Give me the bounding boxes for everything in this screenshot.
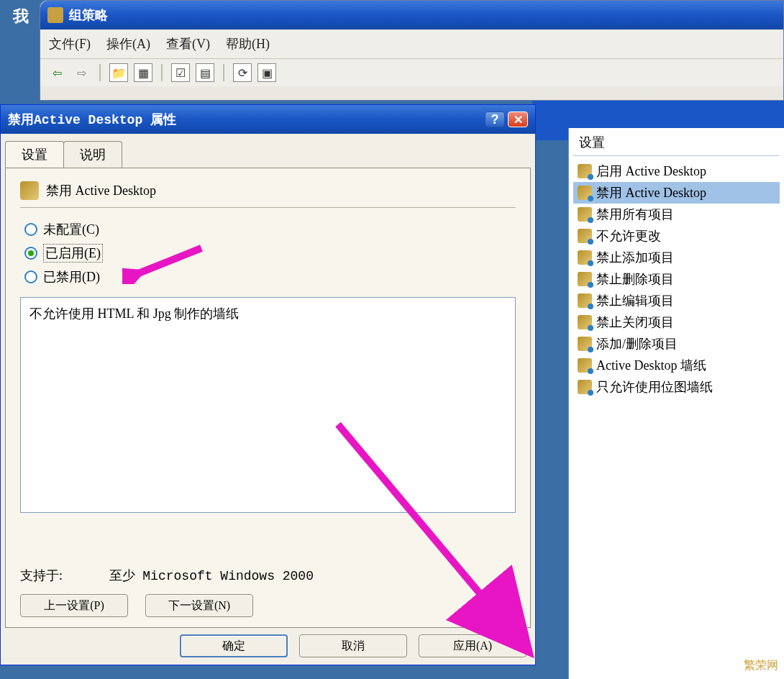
policy-list-pane: 设置 启用 Active Desktop禁用 Active Desktop禁用所…: [568, 128, 784, 679]
policy-name-label: 禁用 Active Desktop: [46, 182, 156, 199]
properties-dialog: 禁用 Active Desktop 属性 ? ✕ 设置 说明 禁用 Active…: [0, 104, 536, 665]
policy-item-icon: [578, 164, 592, 178]
policy-item-icon: [578, 207, 592, 222]
policy-list-item[interactable]: 启用 Active Desktop: [573, 160, 780, 182]
properties-icon[interactable]: ☑: [171, 63, 190, 82]
dialog-titlebar[interactable]: 禁用 Active Desktop 属性 ? ✕: [1, 105, 535, 134]
policy-item-icon: [578, 315, 592, 329]
policy-list-item[interactable]: 禁止编辑项目: [573, 290, 780, 311]
export-icon[interactable]: ▤: [196, 63, 214, 82]
tab-panel: 禁用 Active Desktop 未配置(C) 已启用(E) 已禁用(D) 不…: [5, 168, 531, 628]
policy-list-item[interactable]: 禁用所有项目: [573, 204, 780, 225]
description-box: 不允许使用 HTML 和 Jpg 制作的墙纸: [20, 297, 516, 513]
radio-group: 未配置(C) 已启用(E) 已禁用(D): [24, 221, 516, 286]
refresh-icon[interactable]: ⟳: [233, 63, 252, 82]
policy-item-label: 禁止删除项目: [596, 270, 674, 288]
tab-settings[interactable]: 设置: [5, 141, 64, 168]
description-text: 不允许使用 HTML 和 Jpg 制作的墙纸: [29, 306, 239, 321]
tool-bar: ⇦ ⇨ 📁 ▦ ☑ ▤ ⟳ ▣: [40, 59, 783, 86]
close-button[interactable]: ✕: [508, 111, 528, 127]
policy-item-icon: [578, 229, 592, 243]
desktop-icon-label: 我: [13, 6, 29, 27]
policy-item-label: 禁止关闭项目: [596, 314, 674, 331]
policy-list-item[interactable]: 禁止添加项目: [573, 247, 780, 268]
help-button[interactable]: ?: [485, 111, 505, 127]
prev-setting-button[interactable]: 上一设置(P): [20, 594, 128, 617]
policy-list-item[interactable]: 添加/删除项目: [573, 333, 780, 355]
apply-button[interactable]: 应用(A): [419, 634, 527, 657]
policy-item-label: 禁用所有项目: [596, 206, 674, 223]
policy-item-label: 不允许更改: [596, 227, 661, 245]
policy-item-icon: [578, 337, 592, 351]
policy-list-item[interactable]: 禁止删除项目: [573, 268, 780, 290]
policy-item-icon: [578, 272, 592, 286]
mmc-title-text: 组策略: [69, 6, 108, 24]
radio-label: 未配置(C): [43, 221, 99, 238]
policy-item-label: 只允许使用位图墙纸: [596, 378, 713, 396]
menu-file[interactable]: 文件(F): [49, 35, 91, 53]
dialog-title-rest: Active Desktop 属性: [34, 111, 176, 128]
policy-item-label: 添加/删除项目: [596, 335, 678, 352]
separator: [99, 64, 101, 81]
policy-name-row: 禁用 Active Desktop: [20, 181, 516, 200]
radio-label: 已启用(E): [43, 244, 103, 263]
separator: [161, 64, 163, 81]
policy-list-item[interactable]: Active Desktop 墙纸: [573, 355, 780, 376]
supported-row: 支持于: 至少 Microsoft Windows 2000: [20, 567, 314, 584]
mmc-titlebar[interactable]: 组策略: [40, 1, 783, 29]
policy-item-icon: [578, 293, 592, 308]
details-icon[interactable]: ▦: [134, 63, 152, 82]
supported-label: 支持于:: [20, 568, 63, 583]
up-folder-icon[interactable]: 📁: [109, 63, 128, 82]
policy-item-label: 禁用 Active Desktop: [596, 184, 706, 201]
policy-item-label: Active Desktop 墙纸: [596, 357, 706, 374]
policy-list-heading: 设置: [573, 134, 780, 156]
filter-icon[interactable]: ▣: [257, 63, 276, 82]
radio-not-configured[interactable]: 未配置(C): [24, 221, 516, 238]
policy-list-item[interactable]: 不允许更改: [573, 225, 780, 247]
mmc-icon: [47, 7, 63, 23]
menu-bar: 文件(F) 操作(A) 查看(V) 帮助(H): [40, 29, 783, 59]
next-setting-button[interactable]: 下一设置(N): [145, 594, 253, 617]
menu-action[interactable]: 操作(A): [106, 35, 150, 53]
divider: [20, 207, 516, 208]
policy-item-label: 禁止编辑项目: [596, 292, 674, 309]
radio-dot: [24, 270, 37, 283]
menu-help[interactable]: 帮助(H): [226, 35, 270, 53]
policy-item-label: 禁止添加项目: [596, 249, 674, 266]
tab-strip: 设置 说明: [1, 134, 535, 168]
separator: [223, 64, 224, 81]
ok-button[interactable]: 确定: [180, 634, 288, 657]
tab-explain[interactable]: 说明: [63, 141, 122, 168]
cancel-button[interactable]: 取消: [299, 634, 407, 657]
radio-enabled[interactable]: 已启用(E): [24, 244, 516, 263]
radio-dot: [24, 247, 37, 260]
policy-item-icon: [578, 358, 592, 373]
policy-list-item[interactable]: 只允许使用位图墙纸: [573, 376, 780, 398]
policy-item-label: 启用 Active Desktop: [596, 163, 706, 180]
radio-dot: [24, 223, 37, 236]
watermark: 繁荣网: [744, 658, 778, 673]
policy-list-item[interactable]: 禁止关闭项目: [573, 311, 780, 333]
radio-label: 已禁用(D): [43, 268, 100, 286]
radio-disabled[interactable]: 已禁用(D): [24, 268, 516, 286]
policy-item-icon: [578, 250, 592, 265]
policy-icon: [20, 181, 39, 200]
menu-view[interactable]: 查看(V): [166, 35, 210, 53]
mmc-window: 组策略 文件(F) 操作(A) 查看(V) 帮助(H) ⇦ ⇨ 📁 ▦ ☑ ▤ …: [40, 0, 784, 101]
dialog-title-prefix: 禁用: [8, 111, 34, 128]
back-button[interactable]: ⇦: [47, 63, 66, 82]
forward-button: ⇨: [72, 63, 91, 82]
policy-item-icon: [578, 186, 592, 200]
policy-list-item[interactable]: 禁用 Active Desktop: [573, 182, 780, 204]
supported-value: 至少 Microsoft Windows 2000: [109, 569, 314, 583]
policy-item-icon: [578, 380, 592, 394]
